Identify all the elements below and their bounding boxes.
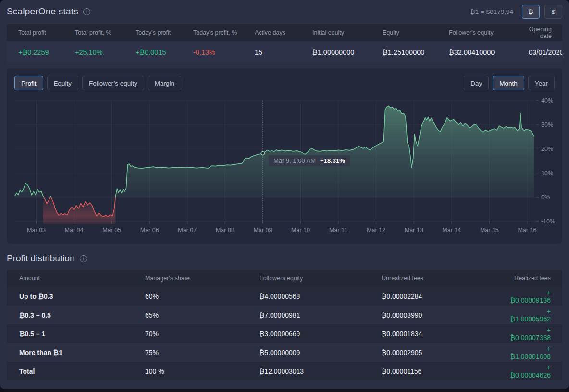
tab-margin[interactable]: Margin [148,76,181,90]
x-axis-label: Mar 04 [65,227,84,233]
stats-col-label: Initial equity [312,29,383,36]
x-axis-label: Mar 12 [367,227,385,233]
header-right: ₿1 = $8179,94 ₿$ [470,5,562,19]
currency-button-btc[interactable]: ₿ [522,5,540,19]
period-month[interactable]: Month [493,76,524,90]
distribution-col-label: Amount [19,275,145,282]
currency-toggle: ₿$ [522,5,562,19]
y-axis-label: 10% [541,170,553,177]
cell-realized: +₿1.00001008 [507,345,562,360]
cell-amount: Up to ₿0.3 [19,293,145,300]
stats-col-value: 03/01/2020 [529,49,562,56]
table-row: ₿0.3 – 0.565%₿7.00000981₿0.00003990+₿1.0… [7,306,562,324]
cell-unrealized: ₿0.00002284 [382,293,507,300]
tab-profit[interactable]: Profit [14,76,43,90]
cell-share: 75% [145,349,260,356]
x-axis-label: Mar 11 [329,227,347,233]
stats-col-label: Opening date [529,26,562,39]
profit-chart-svg[interactable]: 40%30%20%10%0%-10%Mar 03Mar 04Mar 05Mar … [7,95,562,240]
metric-tabs: ProfitEquityFollower’s equityMargin [14,76,181,90]
distribution-table: AmountManager's shareFollowers equityUnr… [7,270,562,380]
distribution-title-row: Profit distribution i [7,253,562,264]
table-row: More than ₿175%₿5.00000009₿0.00002905+₿1… [7,343,562,362]
info-icon[interactable]: i [83,8,90,15]
stats-summary-table: Total profitTotal profit, %Today's profi… [7,24,562,63]
distribution-col-label: Followers equity [260,275,382,282]
cell-unrealized: ₿0.00003990 [382,311,507,319]
distribution-header-row: AmountManager's shareFollowers equityUnr… [7,270,562,287]
cell-amount: ₿0.5 – 1 [19,330,145,338]
cell-followers_equity: ₿7.00000981 [260,311,382,319]
cell-followers_equity: ₿4.00000568 [260,293,382,300]
stats-col-value: 15 [255,49,312,56]
period-tabs: DayMonthYear [464,76,555,90]
cell-realized: +₿0.00004626 [507,364,562,379]
y-axis-label: 40% [541,98,553,104]
cell-realized: +₿0.00007338 [507,326,562,342]
x-axis-label: Mar 07 [178,227,197,233]
period-day[interactable]: Day [464,76,489,90]
cell-followers_equity: ₿5.00000009 [260,349,382,356]
stats-col-label: Active days [255,29,312,36]
cell-unrealized: ₿0.00002905 [382,349,507,356]
tab-equity[interactable]: Equity [47,76,79,90]
distribution-col-label: Realized fees [507,275,562,282]
cell-amount: More than ₿1 [19,349,145,356]
tab-follower-s-equity[interactable]: Follower’s equity [82,76,144,90]
period-year[interactable]: Year [528,76,555,90]
y-axis-label: 20% [541,146,553,152]
table-row: Total100 %₿12.00003013₿0.00001156+₿0.000… [7,362,562,380]
header: ScalperOne stats i ₿1 = $8179,94 ₿$ [0,0,569,23]
cell-realized: +₿0.00009136 [507,289,562,304]
y-axis-label: -10% [541,218,555,225]
x-axis-label: Mar 14 [442,227,461,233]
stats-col-value: ₿32.00410000 [449,49,529,56]
stats-col-label: Equity [383,29,449,36]
cell-followers_equity: ₿12.00003013 [260,368,382,375]
distribution-title: Profit distribution [7,253,75,264]
y-axis-label: 0% [541,194,550,201]
x-axis-label: Mar 10 [291,227,310,233]
currency-button-usd[interactable]: $ [544,5,562,19]
cell-amount: ₿0.3 – 0.5 [19,311,145,319]
x-axis-label: Mar 08 [216,227,235,233]
x-axis-label: Mar 09 [253,227,272,233]
cell-share: 65% [145,311,260,319]
stats-col-label: Today's profit [136,29,193,36]
x-axis-label: Mar 15 [480,227,499,233]
exchange-rate: ₿1 = $8179,94 [470,8,513,15]
stats-col-value: +25.10% [75,49,136,56]
hover-marker [261,151,264,155]
cell-unrealized: ₿0.00001834 [382,330,507,338]
x-axis-label: Mar 03 [27,227,46,233]
stats-col-value: -0.13% [193,49,255,56]
cell-followers_equity: ₿3.00000669 [260,330,382,338]
chart-tabs-row: ProfitEquityFollower’s equityMargin DayM… [7,68,562,95]
stats-value-row: +₿0.2259+25.10%+₿0.0015-0.13%15₿1.000000… [7,41,562,63]
stats-col-value: +₿0.0015 [136,49,193,56]
x-axis-label: Mar 05 [102,227,121,233]
x-axis-label: Mar 16 [518,227,536,233]
page-title: ScalperOne stats [7,6,78,17]
stats-col-label: Total profit [18,29,75,36]
y-axis-label: 30% [541,122,553,128]
cell-share: 100 % [145,368,260,375]
stats-header-row: Total profitTotal profit, %Today's profi… [7,24,562,41]
cell-amount: Total [19,368,145,375]
table-row: Up to ₿0.360%₿4.00000568₿0.00002284+₿0.0… [7,287,562,306]
x-axis-label: Mar 06 [140,227,159,233]
distribution-col-label: Manager's share [145,275,260,282]
stats-col-value: ₿1.25100000 [383,49,449,56]
stats-card: ScalperOne stats i ₿1 = $8179,94 ₿$ Tota… [0,0,569,389]
x-axis-label: Mar 13 [405,227,423,233]
distribution-info-icon[interactable]: i [80,255,87,262]
stats-col-value: ₿1.00000000 [312,49,383,56]
chart-panel: ProfitEquityFollower’s equityMargin DayM… [7,68,562,244]
table-row: ₿0.5 – 170%₿3.00000669₿0.00001834+₿0.000… [7,324,562,343]
stats-col-value: +₿0.2259 [18,49,75,56]
profit-chart[interactable]: 40%30%20%10%0%-10%Mar 03Mar 04Mar 05Mar … [7,95,562,240]
stats-col-label: Total profit, % [75,29,136,36]
cell-share: 60% [145,293,260,300]
cell-share: 70% [145,330,260,338]
cell-unrealized: ₿0.00001156 [382,368,507,375]
